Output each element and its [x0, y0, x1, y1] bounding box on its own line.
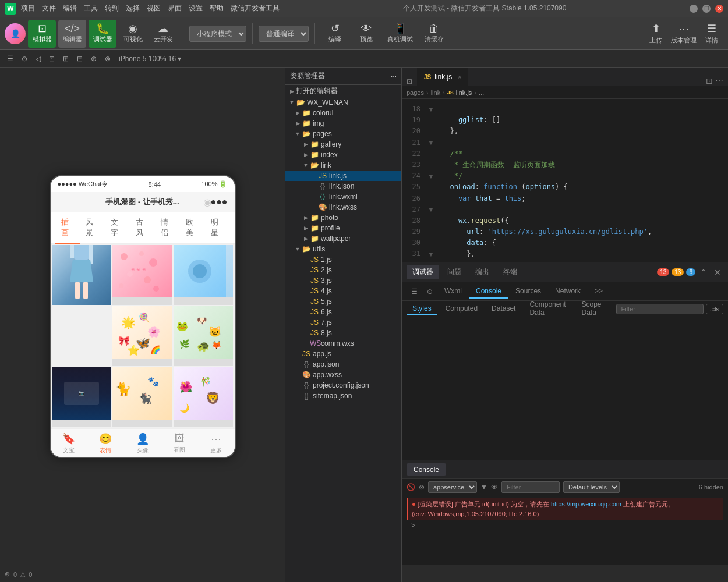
code-text[interactable]: gglist: [] }, /** * 生命周期函数--监听页面加载 */ on… — [437, 99, 728, 262]
split-editor-icon[interactable]: ⊡ — [706, 76, 713, 86]
window-minimize-button[interactable]: — — [690, 5, 698, 13]
dt-subtab-console[interactable]: Console — [469, 285, 508, 299]
debugger-button[interactable]: 🐛 调试器 — [89, 20, 116, 48]
link-wxml-file[interactable]: ⟨⟩ link.wxml — [285, 191, 401, 202]
image-cell-pink[interactable]: ❀ ❀ ❀ — [112, 245, 172, 305]
file-2js[interactable]: JS 2.js — [285, 265, 401, 275]
menu-interface[interactable]: 界面 — [168, 3, 182, 13]
phone-more-button[interactable]: ●●● — [211, 197, 228, 207]
capture-icon[interactable]: ⊡ — [47, 54, 57, 64]
menu-help[interactable]: 帮助 — [210, 3, 224, 13]
image-cell-blue[interactable] — [174, 245, 234, 305]
styles-tab[interactable]: Styles — [407, 303, 437, 315]
devtools-close-button[interactable]: ✕ — [712, 267, 723, 278]
fold-arrow-31[interactable]: ▼ — [425, 249, 437, 260]
console-level-select[interactable]: Default levels — [563, 481, 620, 493]
split-icon[interactable]: ⊞ — [61, 54, 71, 64]
fold-arrow-24[interactable]: ▼ — [425, 171, 437, 182]
console-filter-input[interactable] — [501, 481, 560, 493]
file-5js[interactable]: JS 5.js — [285, 296, 401, 307]
tab-ancient[interactable]: 古风 — [130, 212, 155, 243]
phone-tab-biaoqing[interactable]: 😊 表情 — [87, 432, 124, 455]
menu-file[interactable]: 文件 — [42, 3, 56, 13]
fold-arrow-21[interactable]: ▼ — [425, 137, 437, 148]
file-6js[interactable]: JS 6.js — [285, 307, 401, 317]
phone-camera-icon[interactable]: ◉ — [203, 197, 211, 208]
editor-tab-close-button[interactable]: × — [458, 74, 461, 80]
bc-file[interactable]: link.js — [456, 89, 472, 96]
editor-tab-linkjs[interactable]: JS link.js × — [417, 68, 469, 86]
clear-cache-button[interactable]: 🗑 清缓存 — [420, 20, 448, 48]
gallery-folder[interactable]: ▶ 📁 gallery — [285, 139, 401, 150]
index-folder[interactable]: ▶ 📁 index — [285, 150, 401, 160]
detail-button[interactable]: ☰ 详情 — [700, 20, 723, 48]
open-editors-section[interactable]: ▶ 打开的编辑器 — [285, 85, 401, 97]
simulator-button[interactable]: ⊡ 模拟器 — [28, 20, 56, 48]
file-4js[interactable]: JS 4.js — [285, 286, 401, 296]
image-cell-anime[interactable] — [52, 245, 112, 305]
grid-icon[interactable]: ⊟ — [75, 54, 85, 64]
phone-tab-kanting[interactable]: 🖼 看图 — [161, 432, 197, 455]
scope-data-tab[interactable]: Scope Data — [576, 299, 614, 319]
fold-arrow-27[interactable]: ▼ — [425, 204, 437, 215]
user-avatar[interactable]: 👤 — [5, 23, 26, 44]
image-cell-stickers[interactable]: 🌟 🍭 🌸 🎀 🦋 🌈 ⭐ — [112, 306, 172, 366]
link-folder[interactable]: ▼ 📂 link — [285, 160, 401, 171]
device-selector[interactable]: iPhone 5 100% 16 ▾ — [119, 55, 181, 63]
zoom-out-icon[interactable]: ⊗ — [103, 54, 113, 64]
devtools-nav-icon[interactable]: ☰ — [407, 288, 422, 296]
colorui-folder[interactable]: ▶ 📁 colorui — [285, 108, 401, 118]
dt-tab-debugger[interactable]: 调试器 — [407, 265, 439, 279]
tab-scenery[interactable]: 风景 — [80, 212, 105, 243]
compile-select[interactable]: 普通编译 — [259, 26, 309, 42]
back-icon[interactable]: ◁ — [33, 54, 43, 64]
bc-pages[interactable]: pages — [407, 89, 424, 96]
dt-tab-terminal[interactable]: 终端 — [497, 265, 523, 279]
menu-select[interactable]: 选择 — [126, 3, 140, 13]
image-cell-dark[interactable]: 📷 — [52, 367, 112, 427]
tab-couple[interactable]: 情侣 — [155, 212, 180, 243]
error-link[interactable]: https://mp.weixin.qq.com — [551, 501, 621, 508]
console-tab[interactable]: Console — [407, 463, 446, 476]
window-close-button[interactable]: ✕ — [715, 5, 723, 13]
file-8js[interactable]: JS 8.js — [285, 328, 401, 338]
dt-tab-problems[interactable]: 问题 — [441, 265, 467, 279]
menu-tools[interactable]: 工具 — [84, 3, 98, 13]
devtools-collapse-button[interactable]: ⌃ — [698, 267, 709, 278]
app-js-file[interactable]: JS app.js — [285, 349, 401, 359]
tab-star[interactable]: 明星 — [205, 212, 230, 243]
menu-wechat-dev[interactable]: 微信开发者工具 — [231, 3, 280, 13]
mode-select[interactable]: 小程序模式 — [189, 26, 246, 42]
console-expand-icon[interactable]: ▼ — [480, 483, 487, 491]
compile-button[interactable]: ↺ 编译 — [321, 20, 349, 48]
menu-settings[interactable]: 设置 — [189, 3, 203, 13]
dt-subtab-more[interactable]: >> — [588, 285, 610, 299]
link-wxss-file[interactable]: 🎨 link.wxss — [285, 202, 401, 212]
menu-project[interactable]: 项目 — [21, 3, 35, 13]
image-cell-cats[interactable]: 🐈 🐈‍⬛ 🐾 — [112, 367, 172, 427]
bc-link[interactable]: link — [431, 89, 441, 96]
console-input-field[interactable] — [418, 522, 719, 529]
component-data-tab[interactable]: Component Data — [524, 299, 573, 319]
app-wxss-file[interactable]: 🎨 app.wxss — [285, 370, 401, 380]
zoom-in-icon[interactable]: ⊕ — [89, 54, 99, 64]
real-debug-button[interactable]: 📱 真机调试 — [384, 20, 416, 48]
visual-button[interactable]: ◉ 可视化 — [119, 20, 147, 48]
editor-button[interactable]: </> 编辑器 — [58, 20, 86, 48]
dt-subtab-sources[interactable]: Sources — [508, 285, 548, 299]
window-maximize-button[interactable]: ☐ — [702, 5, 711, 13]
phone-tab-wenbo[interactable]: 🔖 文宝 — [51, 432, 87, 455]
expand-sidebar-icon[interactable]: ⊡ — [402, 77, 417, 86]
image-cell-misc[interactable]: 🌺 🎋 🦁 🌙 — [174, 367, 234, 427]
link-js-file[interactable]: JS link.js — [285, 171, 401, 181]
filetree-more-button[interactable]: ··· — [391, 72, 397, 80]
console-context-select[interactable]: appservice — [428, 481, 477, 493]
image-cell-frog[interactable]: 🐸 🐶 🐱 🌿 🐢 🦊 — [174, 306, 234, 366]
file-7js[interactable]: JS 7.js — [285, 317, 401, 328]
tab-text[interactable]: 文字 — [105, 212, 130, 243]
menu-goto[interactable]: 转到 — [105, 3, 119, 13]
file-1js[interactable]: JS 1.js — [285, 254, 401, 265]
dt-subtab-wxml[interactable]: Wxml — [437, 285, 469, 299]
version-button[interactable]: ⋯ 版本管理 — [671, 20, 697, 48]
cloud-button[interactable]: ☁ 云开发 — [149, 20, 177, 48]
